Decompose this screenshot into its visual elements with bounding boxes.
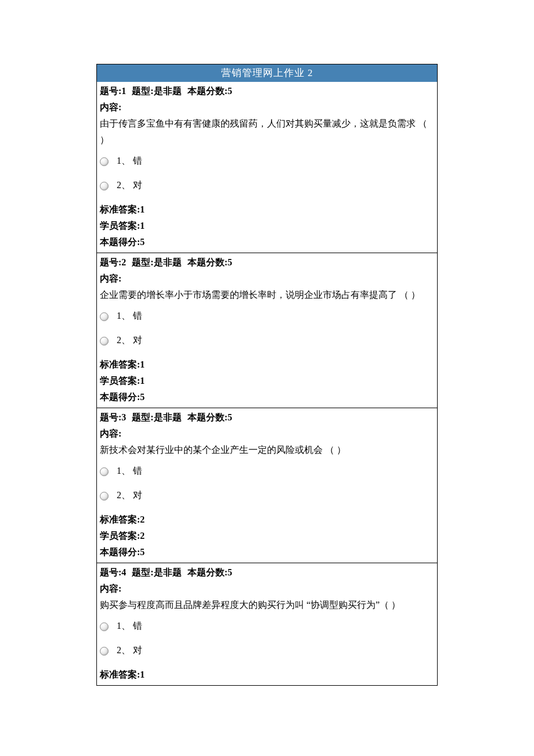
question-content: 购买参与程度高而且品牌差异程度大的购买行为叫 “协调型购买行为”（ ） xyxy=(100,597,434,613)
num-value: 2 xyxy=(121,257,126,267)
choice-label: 1、 错 xyxy=(117,153,434,169)
std-answer-line: 标准答案:1 xyxy=(100,201,434,218)
score-value: 5 xyxy=(228,86,232,96)
radio-icon[interactable] xyxy=(100,622,109,631)
got-score-line: 本题得分:5 xyxy=(100,389,434,405)
score-value: 5 xyxy=(228,567,232,577)
score-label: 本题分数: xyxy=(187,86,228,96)
stu-answer-label: 学员答案: xyxy=(100,221,140,231)
question-block: 题号:1 题型:是非题 本题分数:5 内容: 由于传言多宝鱼中有有害健康的残留药… xyxy=(97,82,437,253)
choice-row: 1、 错 xyxy=(100,308,434,324)
choice-row: 1、 错 xyxy=(100,153,434,169)
choice-label: 2、 对 xyxy=(117,332,434,348)
radio-icon[interactable] xyxy=(100,467,109,476)
stu-answer-label: 学员答案: xyxy=(100,376,140,386)
choice-label: 2、 对 xyxy=(117,177,434,193)
type-value: 是非题 xyxy=(154,567,182,577)
num-value: 4 xyxy=(121,567,126,577)
std-answer-value: 1 xyxy=(140,204,145,214)
choice-row: 2、 对 xyxy=(100,487,434,503)
question-block: 题号:2 题型:是非题 本题分数:5 内容: 企业需要的增长率小于市场需要的增长… xyxy=(97,253,437,408)
num-label: 题号: xyxy=(100,412,121,422)
stu-answer-value: 1 xyxy=(140,221,145,231)
score-value: 5 xyxy=(228,257,232,267)
type-value: 是非题 xyxy=(154,257,182,267)
choice-row: 1、 错 xyxy=(100,463,434,479)
got-score-line: 本题得分:5 xyxy=(100,234,434,250)
choice-label: 1、 错 xyxy=(117,463,434,479)
content-label: 内容: xyxy=(100,581,434,597)
question-block: 题号:3 题型:是非题 本题分数:5 内容: 新技术会对某行业中的某个企业产生一… xyxy=(97,408,437,563)
type-value: 是非题 xyxy=(154,86,182,96)
type-label: 题型: xyxy=(132,257,153,267)
std-answer-value: 2 xyxy=(140,514,145,524)
num-value: 1 xyxy=(121,86,126,96)
quiz-container: 营销管理网上作业 2 题号:1 题型:是非题 本题分数:5 内容: 由于传言多宝… xyxy=(96,64,438,686)
std-answer-line: 标准答案:1 xyxy=(100,357,434,373)
got-score-label: 本题得分: xyxy=(100,237,140,247)
type-label: 题型: xyxy=(132,86,153,96)
radio-icon[interactable] xyxy=(100,647,109,656)
stu-answer-label: 学员答案: xyxy=(100,531,140,541)
score-label: 本题分数: xyxy=(187,257,228,267)
choice-label: 1、 错 xyxy=(117,618,434,634)
got-score-value: 5 xyxy=(140,392,145,402)
std-answer-line: 标准答案:2 xyxy=(100,512,434,528)
got-score-label: 本题得分: xyxy=(100,547,140,557)
type-value: 是非题 xyxy=(154,412,182,422)
std-answer-label: 标准答案: xyxy=(100,514,140,524)
std-answer-label: 标准答案: xyxy=(100,669,140,679)
question-meta: 题号:1 题型:是非题 本题分数:5 xyxy=(100,83,434,99)
std-answer-label: 标准答案: xyxy=(100,204,140,214)
num-label: 题号: xyxy=(100,86,121,96)
content-label: 内容: xyxy=(100,271,434,287)
score-value: 5 xyxy=(228,412,232,422)
choice-row: 2、 对 xyxy=(100,642,434,658)
stu-answer-value: 2 xyxy=(140,531,145,541)
num-value: 3 xyxy=(121,412,126,422)
stu-answer-value: 1 xyxy=(140,376,145,386)
num-label: 题号: xyxy=(100,257,121,267)
choice-label: 1、 错 xyxy=(117,308,434,324)
std-answer-value: 1 xyxy=(140,359,145,369)
stu-answer-line: 学员答案:1 xyxy=(100,373,434,389)
content-label: 内容: xyxy=(100,426,434,442)
score-label: 本题分数: xyxy=(187,412,228,422)
std-answer-line: 标准答案:1 xyxy=(100,667,434,683)
choice-row: 2、 对 xyxy=(100,177,434,193)
got-score-line: 本题得分:5 xyxy=(100,544,434,560)
type-label: 题型: xyxy=(132,567,153,577)
question-meta: 题号:2 题型:是非题 本题分数:5 xyxy=(100,254,434,271)
type-label: 题型: xyxy=(132,412,153,422)
std-answer-label: 标准答案: xyxy=(100,359,140,369)
std-answer-value: 1 xyxy=(140,669,145,679)
choice-label: 2、 对 xyxy=(117,487,434,503)
choice-row: 2、 对 xyxy=(100,332,434,348)
question-block: 题号:4 题型:是非题 本题分数:5 内容: 购买参与程度高而且品牌差异程度大的… xyxy=(97,563,437,685)
radio-icon[interactable] xyxy=(100,312,109,321)
num-label: 题号: xyxy=(100,567,121,577)
radio-icon[interactable] xyxy=(100,492,109,501)
question-meta: 题号:3 题型:是非题 本题分数:5 xyxy=(100,409,434,426)
score-label: 本题分数: xyxy=(187,567,228,577)
choice-label: 2、 对 xyxy=(117,642,434,658)
question-content: 由于传言多宝鱼中有有害健康的残留药，人们对其购买量减少，这就是负需求 （ ） xyxy=(100,116,434,148)
choice-row: 1、 错 xyxy=(100,618,434,634)
question-meta: 题号:4 题型:是非题 本题分数:5 xyxy=(100,564,434,581)
question-content: 新技术会对某行业中的某个企业产生一定的风险或机会 （ ） xyxy=(100,442,434,458)
got-score-value: 5 xyxy=(140,547,145,557)
radio-icon[interactable] xyxy=(100,157,109,166)
got-score-label: 本题得分: xyxy=(100,392,140,402)
stu-answer-line: 学员答案:1 xyxy=(100,218,434,234)
radio-icon[interactable] xyxy=(100,337,109,345)
question-content: 企业需要的增长率小于市场需要的增长率时，说明企业市场占有率提高了 （ ） xyxy=(100,287,434,303)
content-label: 内容: xyxy=(100,99,434,116)
radio-icon[interactable] xyxy=(100,182,109,190)
quiz-title: 营销管理网上作业 2 xyxy=(97,64,437,82)
got-score-value: 5 xyxy=(140,237,145,247)
stu-answer-line: 学员答案:2 xyxy=(100,528,434,544)
